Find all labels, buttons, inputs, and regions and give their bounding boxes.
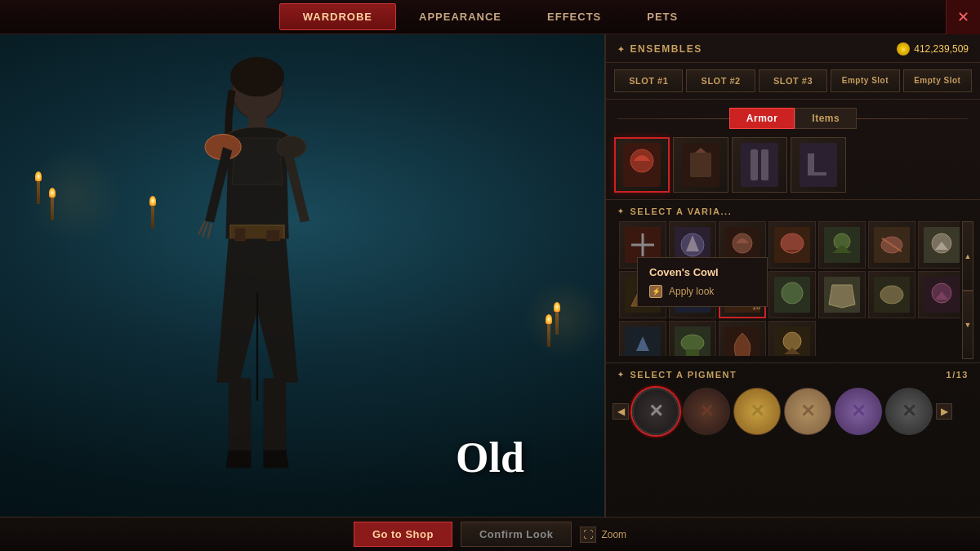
zoom-icon: ⛶	[580, 527, 596, 543]
variant-item[interactable]	[918, 271, 960, 318]
pigment-item[interactable]: ✕	[784, 388, 831, 435]
currency-amount: 412,239,509	[914, 43, 969, 55]
item-icon-head	[621, 141, 662, 189]
variant-scroll-up[interactable]: ▲	[962, 221, 973, 291]
pigment-x-icon: ✕	[648, 401, 663, 422]
tooltip-item-name: Coven's Cowl	[649, 266, 755, 278]
pigment-row: ◀ ✕ ✕ ✕ ✕ ✕ ✕ ▶	[606, 384, 980, 438]
svg-point-52	[681, 335, 704, 351]
tooltip-apply-icon: ⚡	[649, 285, 662, 298]
pigment-item[interactable]: ✕	[632, 388, 679, 435]
svg-point-43	[782, 282, 803, 304]
item-slot-selected[interactable]	[614, 137, 670, 193]
select-variant-header: SELECT A VARIA...	[606, 200, 980, 221]
ensemble-slots: SLOT #1 SLOT #2 SLOT #3 Empty Slot Empty…	[606, 63, 980, 100]
svg-rect-16	[751, 149, 758, 180]
pigment-item[interactable]: ✕	[885, 388, 933, 435]
armor-toggle-button[interactable]: Armor	[729, 108, 795, 129]
pigment-header-title: SELECT A PIGMENT	[617, 370, 737, 380]
item-preview-row	[606, 137, 980, 200]
pigment-x-icon: ✕	[800, 401, 815, 422]
zoom-control[interactable]: ⛶ Zoom	[580, 527, 626, 543]
ensembles-title: ENSEMBLES	[617, 43, 702, 55]
slot-button-3[interactable]: SLOT #3	[759, 69, 827, 92]
confirm-look-button[interactable]: Confirm Look	[461, 522, 572, 547]
svg-rect-9	[266, 229, 280, 240]
item-tooltip: Coven's Cowl ⚡ Apply look	[637, 257, 768, 307]
pigment-x-icon: ✕	[699, 401, 714, 422]
armor-items-toggle: Armor Items	[606, 100, 980, 137]
tooltip-apply-label: Apply look	[669, 286, 714, 297]
tab-pets[interactable]: PETS	[624, 4, 701, 29]
go-to-shop-button[interactable]: Go to Shop	[354, 522, 452, 547]
character-figure	[163, 41, 351, 482]
watermark-text: Old	[456, 433, 524, 482]
variant-item[interactable]	[619, 321, 666, 356]
slot-button-5[interactable]: Empty Slot	[903, 69, 972, 92]
variant-scroll-down[interactable]: ▼	[962, 291, 973, 360]
top-navigation: WARDROBE APPEARANCE EFFECTS PETS ✕	[0, 0, 980, 34]
variant-item[interactable]	[868, 221, 915, 269]
svg-rect-17	[761, 149, 768, 180]
currency-display: ● 412,239,509	[897, 42, 969, 56]
svg-point-1	[230, 57, 284, 96]
currency-icon: ●	[897, 42, 910, 56]
variant-item[interactable]	[918, 221, 960, 269]
svg-rect-10	[234, 228, 245, 240]
tab-appearance[interactable]: APPEARANCE	[396, 4, 524, 29]
variant-item[interactable]	[669, 321, 716, 356]
variant-item[interactable]	[818, 221, 866, 269]
pigment-next-button[interactable]: ▶	[936, 403, 952, 420]
zoom-label: Zoom	[601, 529, 626, 540]
pigment-prev-button[interactable]: ◀	[612, 403, 629, 420]
svg-point-46	[880, 286, 903, 304]
svg-point-56	[783, 332, 801, 350]
pigment-x-icon: ✕	[750, 401, 764, 422]
ensembles-section-header: ENSEMBLES ● 412,239,509	[606, 34, 980, 63]
item-icon-legs	[739, 141, 780, 189]
slot-button-1[interactable]: SLOT #1	[614, 69, 683, 92]
variant-item[interactable]	[768, 271, 816, 318]
item-icon-chest	[680, 141, 721, 189]
item-slot-boots[interactable]	[791, 137, 846, 193]
slot-button-2[interactable]: SLOT #2	[686, 69, 755, 92]
tooltip-apply-button[interactable]: ⚡ Apply look	[649, 285, 755, 298]
variant-item[interactable]	[768, 321, 816, 356]
close-button[interactable]: ✕	[946, 0, 980, 34]
variant-item[interactable]	[818, 271, 866, 318]
pigment-item[interactable]: ✕	[733, 388, 781, 435]
item-slot-legs[interactable]	[732, 137, 787, 193]
item-slot-chest[interactable]	[673, 137, 728, 193]
svg-rect-53	[686, 349, 699, 356]
pigment-x-icon: ✕	[902, 401, 916, 422]
svg-rect-15	[741, 143, 778, 187]
tab-wardrobe[interactable]: WARDROBE	[279, 3, 396, 30]
variant-item[interactable]	[868, 271, 915, 318]
pigment-item[interactable]: ✕	[835, 388, 882, 435]
select-pigment-header: SELECT A PIGMENT 1/13	[606, 362, 980, 384]
tab-effects[interactable]: EFFECTS	[524, 4, 624, 29]
slot-button-4[interactable]: Empty Slot	[831, 69, 899, 92]
pigment-count: 1/13	[947, 370, 969, 380]
svg-rect-14	[690, 153, 711, 177]
items-toggle-button[interactable]: Items	[795, 108, 857, 129]
pigment-x-icon: ✕	[851, 401, 866, 422]
item-icon-boots	[798, 141, 839, 189]
bottom-action-bar: Go to Shop Confirm Look ⛶ Zoom	[0, 517, 980, 551]
svg-rect-18	[800, 143, 837, 187]
variant-item[interactable]	[768, 221, 816, 269]
variant-item[interactable]	[719, 321, 766, 356]
pigment-item[interactable]: ✕	[683, 388, 730, 435]
